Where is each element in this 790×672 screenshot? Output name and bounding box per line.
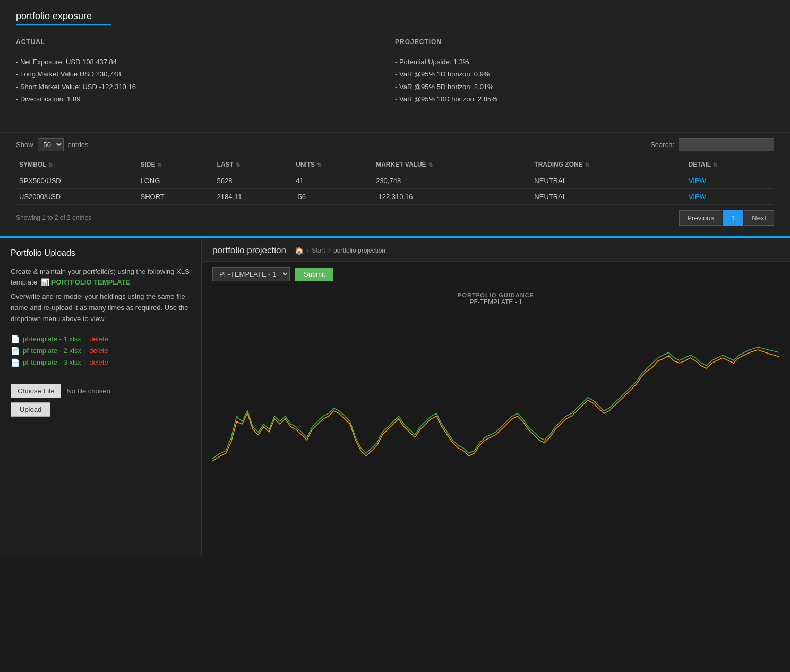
pagination: Previous 1 Next: [679, 210, 774, 226]
cell-trading-zone: NEUTRAL: [531, 188, 685, 204]
short-market: - Short Market Value: USD -122,310.16: [16, 81, 395, 93]
search-label: Search:: [650, 141, 674, 149]
separator-3: |: [84, 358, 86, 366]
var-5d: - VaR @95% 5D horizon: 2.01%: [395, 81, 774, 93]
right-panel: portfolio projection 🏠 / Start / portfol…: [202, 238, 790, 556]
sort-tz-icon: ⇅: [585, 162, 589, 168]
table-row: SPX500/USD LONG 5628 41 230,748 NEUTRAL …: [16, 173, 774, 188]
search-row: Search:: [650, 138, 774, 151]
list-item: 📄 pf-template - 3.xlsx | delete: [11, 357, 191, 368]
detail-link[interactable]: VIEW: [689, 193, 706, 201]
bc-sep1: /: [307, 247, 308, 254]
table-section: Show 50 25 10 entries Search: SYMBOL⇅ SI…: [0, 132, 790, 236]
var-1d: - VaR @95% 1D horizon: 0.9%: [395, 68, 774, 80]
file-link-3[interactable]: pf-template - 3.xlsx: [23, 358, 81, 366]
choose-file-button[interactable]: Choose File: [11, 384, 61, 398]
no-file-text: No file chosen: [66, 387, 110, 395]
right-panel-header: portfolio projection 🏠 / Start / portfol…: [202, 238, 790, 262]
file-link-1[interactable]: pf-template - 1.xlsx: [23, 335, 81, 343]
sort-mv-icon: ⇅: [428, 162, 433, 168]
cell-units: 41: [293, 173, 373, 188]
chart-template-label: PF-TEMPLATE - 1: [212, 298, 779, 306]
template-select[interactable]: PF-TEMPLATE - 1 PF-TEMPLATE - 2 PF-TEMPL…: [212, 267, 290, 281]
uploads-title: Portfolio Uploads: [11, 248, 191, 258]
sort-detail-icon: ⇅: [713, 162, 717, 168]
cell-detail: VIEW: [685, 188, 774, 204]
cell-symbol: US2000/USD: [16, 188, 137, 204]
template-link[interactable]: PORTFOLIO TEMPLATE: [51, 278, 131, 286]
upload-button[interactable]: Upload: [11, 402, 50, 417]
var-10d: - VaR @95% 10D horizon: 2.85%: [395, 93, 774, 105]
separator-1: |: [84, 335, 86, 343]
cell-side: SHORT: [137, 188, 213, 204]
chart-svg: [212, 310, 779, 512]
bc-sep2: /: [329, 247, 330, 254]
bc-start[interactable]: Start: [312, 247, 325, 254]
actual-label: ACTUAL: [16, 38, 395, 49]
guidance-label: PORTFOLIO GUIDANCE: [212, 292, 779, 298]
detail-link[interactable]: VIEW: [689, 177, 706, 185]
showing-text: Showing 1 to 2 of 2 entries: [16, 214, 91, 221]
page-1-button[interactable]: 1: [723, 210, 743, 226]
entries-select[interactable]: 50 25 10: [38, 138, 64, 151]
col-side: SIDE⇅: [137, 157, 213, 173]
chart-area: PORTFOLIO GUIDANCE PF-TEMPLATE - 1: [202, 287, 790, 517]
xlsx-icon: 📊: [41, 278, 49, 286]
breadcrumb: 🏠 / Start / portfolio projection: [295, 246, 385, 255]
file-icon-2: 📄: [11, 347, 20, 355]
projection-col: PROJECTION - Potential Upside: 1.3% - Va…: [395, 38, 774, 106]
col-last: LAST⇅: [214, 157, 293, 173]
table-body: SPX500/USD LONG 5628 41 230,748 NEUTRAL …: [16, 173, 774, 204]
table-row: US2000/USD SHORT 2184.11 -56 -122,310.16…: [16, 188, 774, 204]
delete-link-2[interactable]: delete: [89, 347, 108, 355]
chart-container: [212, 310, 779, 512]
sort-side-icon: ⇅: [157, 162, 161, 168]
delete-link-3[interactable]: delete: [89, 358, 108, 366]
prev-button[interactable]: Previous: [679, 210, 722, 226]
cell-last: 2184.11: [214, 188, 293, 204]
col-symbol: SYMBOL⇅: [16, 157, 137, 173]
green-line: [212, 347, 779, 459]
list-item: 📄 pf-template - 2.xlsx | delete: [11, 345, 191, 357]
chart-label-area: PORTFOLIO GUIDANCE PF-TEMPLATE - 1: [212, 292, 779, 306]
header-row: portfolio projection 🏠 / Start / portfol…: [212, 245, 779, 256]
cell-units: -56: [293, 188, 373, 204]
net-exposure: - Net Exposure: USD 108,437.84: [16, 56, 395, 68]
diversification: - Diversification: 1.89: [16, 93, 395, 105]
cell-symbol: SPX500/USD: [16, 173, 137, 188]
submit-button[interactable]: Submit: [295, 268, 333, 281]
col-detail: DETAIL⇅: [685, 157, 774, 173]
cell-last: 5628: [214, 173, 293, 188]
uploads-desc2: Overwrite and re-model your holdings usi…: [11, 291, 191, 324]
cell-detail: VIEW: [685, 173, 774, 188]
projection-label: PROJECTION: [395, 38, 774, 49]
left-panel: Portfolio Uploads Create & maintain your…: [0, 238, 202, 556]
stats-row: ACTUAL - Net Exposure: USD 108,437.84 - …: [16, 38, 774, 106]
separator-2: |: [84, 347, 86, 355]
page-title: portfolio exposure: [16, 11, 774, 22]
cell-side: LONG: [137, 173, 213, 188]
upload-row: Choose File No file chosen: [11, 384, 191, 398]
cell-market-value: -122,310.16: [373, 188, 531, 204]
top-section: portfolio exposure ACTUAL - Net Exposure…: [0, 0, 790, 132]
next-button[interactable]: Next: [744, 210, 774, 226]
col-trading-zone: TRADING ZONE⇅: [531, 157, 685, 173]
col-market-value: MARKET VALUE⇅: [373, 157, 531, 173]
file-icon-1: 📄: [11, 335, 20, 343]
search-input[interactable]: [679, 138, 774, 151]
file-icon-3: 📄: [11, 358, 20, 367]
data-table: SYMBOL⇅ SIDE⇅ LAST⇅ UNITS⇅ MARKET VALUE⇅…: [16, 157, 774, 205]
long-market: - Long Market Value USD 230,748: [16, 68, 395, 80]
table-header-row: SYMBOL⇅ SIDE⇅ LAST⇅ UNITS⇅ MARKET VALUE⇅…: [16, 157, 774, 173]
proj-controls: PF-TEMPLATE - 1 PF-TEMPLATE - 2 PF-TEMPL…: [202, 262, 790, 287]
bc-current: portfolio projection: [333, 247, 385, 254]
sort-symbol-icon: ⇅: [48, 162, 53, 168]
orange-line: [212, 350, 779, 461]
actual-col: ACTUAL - Net Exposure: USD 108,437.84 - …: [16, 38, 395, 106]
cell-market-value: 230,748: [373, 173, 531, 188]
file-link-2[interactable]: pf-template - 2.xlsx: [23, 347, 81, 355]
sort-units-icon: ⇅: [317, 162, 321, 168]
col-units: UNITS⇅: [293, 157, 373, 173]
entries-label: entries: [68, 141, 89, 149]
delete-link-1[interactable]: delete: [89, 335, 108, 343]
